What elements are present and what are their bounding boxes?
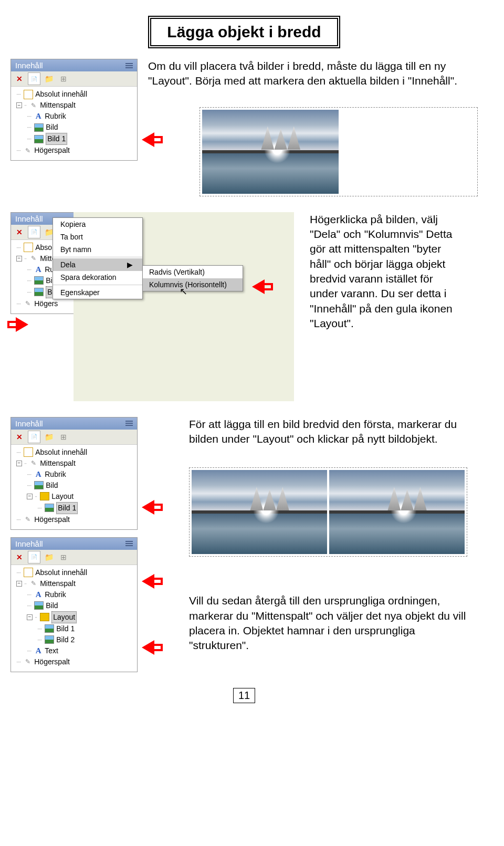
new-page-icon[interactable]: 📄 [28, 226, 40, 238]
ctx-dela[interactable]: Dela▶ [53, 258, 142, 271]
ctx-kopiera[interactable]: Kopiera [53, 218, 142, 231]
tree-4: ····Absolut innehåll −··✎Mittenspalt ···… [11, 565, 137, 672]
right-column: För att lägga till en bild bredvid den f… [147, 417, 478, 653]
para4-text: Vill du sedan återgå till den ursprungli… [189, 593, 478, 653]
list-view-icon[interactable] [125, 541, 133, 546]
tree-absolut[interactable]: ····Absolut innehåll [12, 89, 136, 100]
ctx-spara[interactable]: Spara dekoration [53, 271, 142, 284]
panel-header[interactable]: Innehåll [11, 417, 137, 430]
delete-icon[interactable]: ✕ [13, 551, 26, 563]
image-preview-single [200, 107, 478, 196]
red-arrow-2 [16, 317, 28, 332]
content-panel-3: Innehåll ✕ 📄 📁 ⊞ ····Absolut innehåll −·… [10, 417, 138, 530]
panel-toolbar: ✕ 📄 📁 ⊞ [11, 430, 137, 445]
para3-text: För att lägga till en bild bredvid den f… [189, 417, 478, 447]
grid-icon: ⊞ [57, 551, 70, 563]
ship-image-left [192, 470, 327, 554]
red-arrow-6 [142, 640, 154, 655]
page-number: 11 [233, 688, 255, 703]
tree-bild1[interactable]: ····Bild 1 [12, 502, 136, 514]
tree-bild2[interactable]: ····Bild 2 [12, 634, 136, 645]
list-view-icon[interactable] [125, 63, 133, 68]
content-panel-4: Innehåll ✕ 📄 📁 ⊞ ····Absolut innehåll −·… [10, 537, 138, 672]
tree-mittenspalt[interactable]: −··✎Mittenspalt [12, 458, 136, 469]
tree-rubrik[interactable]: ····ARubrik [12, 111, 136, 122]
panel-col-1: Innehåll ✕ 📄 📁 ⊞ ····Absolut innehåll −·… [10, 59, 138, 161]
ctx-bytnamn[interactable]: Byt namn [53, 243, 142, 256]
delete-icon[interactable]: ✕ [13, 72, 26, 85]
tree-3: ····Absolut innehåll −··✎Mittenspalt ···… [11, 445, 137, 529]
panel-toolbar: ✕ 📄 📁 ⊞ [11, 550, 137, 565]
tree-1: ····Absolut innehåll −··✎Mittenspalt ···… [11, 87, 137, 160]
tree-mittenspalt[interactable]: −··✎Mittenspalt [12, 578, 136, 589]
new-page-icon[interactable]: 📄 [28, 72, 40, 85]
panel-header-label: Innehåll [15, 539, 43, 548]
chevron-right-icon: ▶ [127, 260, 133, 269]
folder-icon[interactable]: 📁 [43, 431, 55, 443]
folder-icon[interactable]: 📁 [43, 551, 55, 563]
red-arrow-1 [142, 132, 154, 147]
tree-hogerspalt[interactable]: ····✎Högerspalt [12, 145, 136, 156]
list-view-icon[interactable] [125, 421, 133, 426]
tree-layout[interactable]: −··Layout [12, 611, 136, 623]
new-page-icon[interactable]: 📄 [28, 551, 40, 563]
ship-image [202, 110, 339, 194]
panel-header[interactable]: Innehåll [11, 59, 137, 71]
panel-header[interactable]: Innehåll [11, 538, 137, 550]
panel-toolbar: ✕ 📄 📁 ⊞ [11, 71, 137, 87]
panel-header-label: Innehåll [15, 214, 43, 223]
tree-hogerspalt[interactable]: ····✎Högerspalt [12, 514, 136, 525]
ctx-separator [53, 285, 142, 285]
tree-bild[interactable]: ····Bild [12, 480, 136, 491]
intro-text: Om du vill placera två bilder i bredd, m… [148, 59, 478, 196]
folder-icon[interactable]: 📁 [43, 72, 55, 85]
page-title: Lägga objekt i bredd [148, 16, 340, 48]
tree-bild1[interactable]: ····Bild 1 [12, 623, 136, 634]
tree-mittenspalt[interactable]: −··✎Mittenspalt [12, 100, 136, 111]
tree-bild[interactable]: ····Bild [12, 122, 136, 133]
para2-text: Högerklicka på bilden, välj "Dela" och "… [310, 212, 457, 331]
row-3: Innehåll ✕ 📄 📁 ⊞ ····Absolut innehåll −·… [10, 417, 478, 672]
red-arrow-5 [142, 574, 154, 589]
panels-left: Innehåll ✕ 📄 📁 ⊞ ····Absolut innehåll −·… [10, 417, 136, 672]
tree-rubrik[interactable]: ····ARubrik [12, 589, 136, 600]
tree-bild1[interactable]: ····Bild 1 [12, 133, 136, 145]
image-preview-double [189, 467, 467, 557]
context-menu[interactable]: Kopiera Ta bort Byt namn Dela▶ Spara dek… [52, 217, 143, 299]
ctx-egenskaper[interactable]: Egenskaper [53, 286, 142, 299]
row-2: Innehåll ✕ 📄 📁 ⊞ ····Absolut innehåll −·… [10, 212, 478, 401]
panel-col-4: Innehåll ✕ 📄 📁 ⊞ ····Absolut innehåll −·… [10, 537, 136, 672]
new-page-icon[interactable]: 📄 [28, 431, 40, 443]
context-submenu[interactable]: Radvis (Vertikalt) Kolumnvis (Horisontel… [142, 265, 243, 291]
delete-icon[interactable]: ✕ [13, 431, 26, 443]
tree-hogerspalt[interactable]: ····✎Högerspalt [12, 656, 136, 667]
red-arrow-3 [252, 279, 265, 294]
tree-absolut[interactable]: ····Absolut innehåll [12, 567, 136, 578]
tree-absolut[interactable]: ····Absolut innehåll [12, 447, 136, 458]
ctx-tabort[interactable]: Ta bort [53, 231, 142, 243]
panel-col-3: Innehåll ✕ 📄 📁 ⊞ ····Absolut innehåll −·… [10, 417, 136, 530]
panel-header-label: Innehåll [15, 61, 43, 70]
submenu-kolumnvis[interactable]: Kolumnvis (Horisontellt) ↖ [143, 278, 243, 291]
row-1: Innehåll ✕ 📄 📁 ⊞ ····Absolut innehåll −·… [10, 59, 478, 196]
ctx-separator [53, 257, 142, 257]
tree-text[interactable]: ····AText [12, 645, 136, 656]
tree-rubrik[interactable]: ····ARubrik [12, 469, 136, 480]
page: Lägga objekt i bredd Innehåll ✕ 📄 📁 ⊞ ··… [0, 0, 504, 719]
ship-image-right [329, 470, 465, 554]
grid-icon: ⊞ [57, 431, 70, 443]
tree-bild[interactable]: ····Bild [12, 600, 136, 611]
content-panel-1: Innehåll ✕ 📄 📁 ⊞ ····Absolut innehåll −·… [10, 59, 138, 161]
red-arrow-4 [142, 500, 154, 515]
context-area: Kopiera Ta bort Byt namn Dela▶ Spara dek… [74, 212, 294, 401]
tree-layout[interactable]: −··Layout [12, 491, 136, 502]
grid-icon: ⊞ [57, 72, 70, 85]
submenu-radvis[interactable]: Radvis (Vertikalt) [143, 266, 243, 278]
delete-icon[interactable]: ✕ [13, 226, 26, 238]
panel-header-label: Innehåll [15, 419, 43, 428]
